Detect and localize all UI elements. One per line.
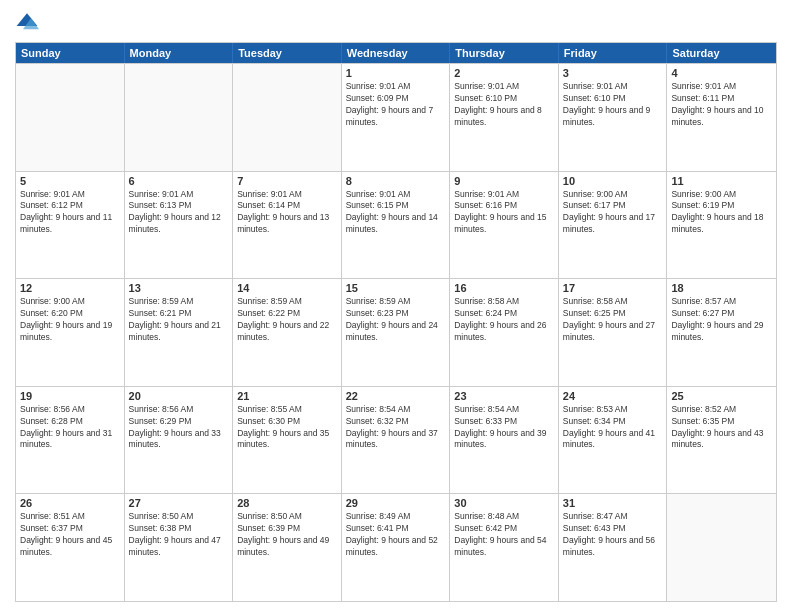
cell-text: Sunrise: 8:49 AM Sunset: 6:41 PM Dayligh… <box>346 511 446 559</box>
day-number: 15 <box>346 282 446 294</box>
calendar-cell: 26Sunrise: 8:51 AM Sunset: 6:37 PM Dayli… <box>16 494 125 601</box>
calendar-cell: 7Sunrise: 9:01 AM Sunset: 6:14 PM Daylig… <box>233 172 342 279</box>
day-number: 28 <box>237 497 337 509</box>
day-number: 8 <box>346 175 446 187</box>
calendar-cell: 2Sunrise: 9:01 AM Sunset: 6:10 PM Daylig… <box>450 64 559 171</box>
calendar-header-cell: Thursday <box>450 43 559 63</box>
day-number: 16 <box>454 282 554 294</box>
day-number: 7 <box>237 175 337 187</box>
day-number: 25 <box>671 390 772 402</box>
calendar-cell: 29Sunrise: 8:49 AM Sunset: 6:41 PM Dayli… <box>342 494 451 601</box>
day-number: 22 <box>346 390 446 402</box>
calendar-cell: 18Sunrise: 8:57 AM Sunset: 6:27 PM Dayli… <box>667 279 776 386</box>
calendar-header-cell: Wednesday <box>342 43 451 63</box>
calendar-header-cell: Tuesday <box>233 43 342 63</box>
calendar-cell: 27Sunrise: 8:50 AM Sunset: 6:38 PM Dayli… <box>125 494 234 601</box>
calendar-cell: 5Sunrise: 9:01 AM Sunset: 6:12 PM Daylig… <box>16 172 125 279</box>
calendar-cell <box>16 64 125 171</box>
cell-text: Sunrise: 9:00 AM Sunset: 6:19 PM Dayligh… <box>671 189 772 237</box>
day-number: 11 <box>671 175 772 187</box>
day-number: 5 <box>20 175 120 187</box>
cell-text: Sunrise: 8:48 AM Sunset: 6:42 PM Dayligh… <box>454 511 554 559</box>
calendar-row: 12Sunrise: 9:00 AM Sunset: 6:20 PM Dayli… <box>16 278 776 386</box>
calendar-cell <box>125 64 234 171</box>
calendar-cell: 25Sunrise: 8:52 AM Sunset: 6:35 PM Dayli… <box>667 387 776 494</box>
calendar-cell: 13Sunrise: 8:59 AM Sunset: 6:21 PM Dayli… <box>125 279 234 386</box>
cell-text: Sunrise: 9:01 AM Sunset: 6:12 PM Dayligh… <box>20 189 120 237</box>
calendar-cell: 22Sunrise: 8:54 AM Sunset: 6:32 PM Dayli… <box>342 387 451 494</box>
day-number: 4 <box>671 67 772 79</box>
logo-icon <box>15 10 39 34</box>
cell-text: Sunrise: 8:59 AM Sunset: 6:21 PM Dayligh… <box>129 296 229 344</box>
calendar-cell: 30Sunrise: 8:48 AM Sunset: 6:42 PM Dayli… <box>450 494 559 601</box>
cell-text: Sunrise: 9:00 AM Sunset: 6:17 PM Dayligh… <box>563 189 663 237</box>
cell-text: Sunrise: 9:01 AM Sunset: 6:10 PM Dayligh… <box>563 81 663 129</box>
calendar-cell: 6Sunrise: 9:01 AM Sunset: 6:13 PM Daylig… <box>125 172 234 279</box>
calendar-cell: 4Sunrise: 9:01 AM Sunset: 6:11 PM Daylig… <box>667 64 776 171</box>
cell-text: Sunrise: 9:01 AM Sunset: 6:16 PM Dayligh… <box>454 189 554 237</box>
calendar-cell: 20Sunrise: 8:56 AM Sunset: 6:29 PM Dayli… <box>125 387 234 494</box>
calendar-cell: 9Sunrise: 9:01 AM Sunset: 6:16 PM Daylig… <box>450 172 559 279</box>
calendar-cell <box>233 64 342 171</box>
calendar-cell: 12Sunrise: 9:00 AM Sunset: 6:20 PM Dayli… <box>16 279 125 386</box>
calendar-cell: 3Sunrise: 9:01 AM Sunset: 6:10 PM Daylig… <box>559 64 668 171</box>
day-number: 18 <box>671 282 772 294</box>
calendar-cell: 24Sunrise: 8:53 AM Sunset: 6:34 PM Dayli… <box>559 387 668 494</box>
calendar-cell: 23Sunrise: 8:54 AM Sunset: 6:33 PM Dayli… <box>450 387 559 494</box>
cell-text: Sunrise: 8:57 AM Sunset: 6:27 PM Dayligh… <box>671 296 772 344</box>
calendar-header-row: SundayMondayTuesdayWednesdayThursdayFrid… <box>16 43 776 63</box>
calendar-cell: 16Sunrise: 8:58 AM Sunset: 6:24 PM Dayli… <box>450 279 559 386</box>
cell-text: Sunrise: 8:59 AM Sunset: 6:22 PM Dayligh… <box>237 296 337 344</box>
day-number: 6 <box>129 175 229 187</box>
day-number: 27 <box>129 497 229 509</box>
day-number: 23 <box>454 390 554 402</box>
cell-text: Sunrise: 8:54 AM Sunset: 6:32 PM Dayligh… <box>346 404 446 452</box>
cell-text: Sunrise: 9:01 AM Sunset: 6:11 PM Dayligh… <box>671 81 772 129</box>
day-number: 13 <box>129 282 229 294</box>
calendar-row: 5Sunrise: 9:01 AM Sunset: 6:12 PM Daylig… <box>16 171 776 279</box>
calendar-header-cell: Friday <box>559 43 668 63</box>
day-number: 10 <box>563 175 663 187</box>
calendar-cell: 19Sunrise: 8:56 AM Sunset: 6:28 PM Dayli… <box>16 387 125 494</box>
day-number: 21 <box>237 390 337 402</box>
day-number: 19 <box>20 390 120 402</box>
cell-text: Sunrise: 8:51 AM Sunset: 6:37 PM Dayligh… <box>20 511 120 559</box>
cell-text: Sunrise: 9:01 AM Sunset: 6:13 PM Dayligh… <box>129 189 229 237</box>
calendar-cell: 14Sunrise: 8:59 AM Sunset: 6:22 PM Dayli… <box>233 279 342 386</box>
header <box>15 10 777 34</box>
cell-text: Sunrise: 8:58 AM Sunset: 6:25 PM Dayligh… <box>563 296 663 344</box>
day-number: 14 <box>237 282 337 294</box>
cell-text: Sunrise: 8:58 AM Sunset: 6:24 PM Dayligh… <box>454 296 554 344</box>
cell-text: Sunrise: 8:53 AM Sunset: 6:34 PM Dayligh… <box>563 404 663 452</box>
cell-text: Sunrise: 8:56 AM Sunset: 6:29 PM Dayligh… <box>129 404 229 452</box>
cell-text: Sunrise: 8:56 AM Sunset: 6:28 PM Dayligh… <box>20 404 120 452</box>
cell-text: Sunrise: 9:01 AM Sunset: 6:10 PM Dayligh… <box>454 81 554 129</box>
calendar-cell: 21Sunrise: 8:55 AM Sunset: 6:30 PM Dayli… <box>233 387 342 494</box>
cell-text: Sunrise: 8:50 AM Sunset: 6:39 PM Dayligh… <box>237 511 337 559</box>
day-number: 31 <box>563 497 663 509</box>
cell-text: Sunrise: 9:00 AM Sunset: 6:20 PM Dayligh… <box>20 296 120 344</box>
day-number: 26 <box>20 497 120 509</box>
day-number: 12 <box>20 282 120 294</box>
calendar: SundayMondayTuesdayWednesdayThursdayFrid… <box>15 42 777 602</box>
calendar-cell: 8Sunrise: 9:01 AM Sunset: 6:15 PM Daylig… <box>342 172 451 279</box>
cell-text: Sunrise: 8:59 AM Sunset: 6:23 PM Dayligh… <box>346 296 446 344</box>
cell-text: Sunrise: 8:54 AM Sunset: 6:33 PM Dayligh… <box>454 404 554 452</box>
page: SundayMondayTuesdayWednesdayThursdayFrid… <box>0 0 792 612</box>
calendar-cell: 17Sunrise: 8:58 AM Sunset: 6:25 PM Dayli… <box>559 279 668 386</box>
day-number: 20 <box>129 390 229 402</box>
cell-text: Sunrise: 9:01 AM Sunset: 6:09 PM Dayligh… <box>346 81 446 129</box>
calendar-body: 1Sunrise: 9:01 AM Sunset: 6:09 PM Daylig… <box>16 63 776 601</box>
calendar-cell: 1Sunrise: 9:01 AM Sunset: 6:09 PM Daylig… <box>342 64 451 171</box>
calendar-row: 26Sunrise: 8:51 AM Sunset: 6:37 PM Dayli… <box>16 493 776 601</box>
day-number: 1 <box>346 67 446 79</box>
calendar-cell <box>667 494 776 601</box>
day-number: 29 <box>346 497 446 509</box>
calendar-cell: 10Sunrise: 9:00 AM Sunset: 6:17 PM Dayli… <box>559 172 668 279</box>
calendar-cell: 11Sunrise: 9:00 AM Sunset: 6:19 PM Dayli… <box>667 172 776 279</box>
day-number: 2 <box>454 67 554 79</box>
cell-text: Sunrise: 9:01 AM Sunset: 6:15 PM Dayligh… <box>346 189 446 237</box>
cell-text: Sunrise: 9:01 AM Sunset: 6:14 PM Dayligh… <box>237 189 337 237</box>
day-number: 24 <box>563 390 663 402</box>
day-number: 9 <box>454 175 554 187</box>
